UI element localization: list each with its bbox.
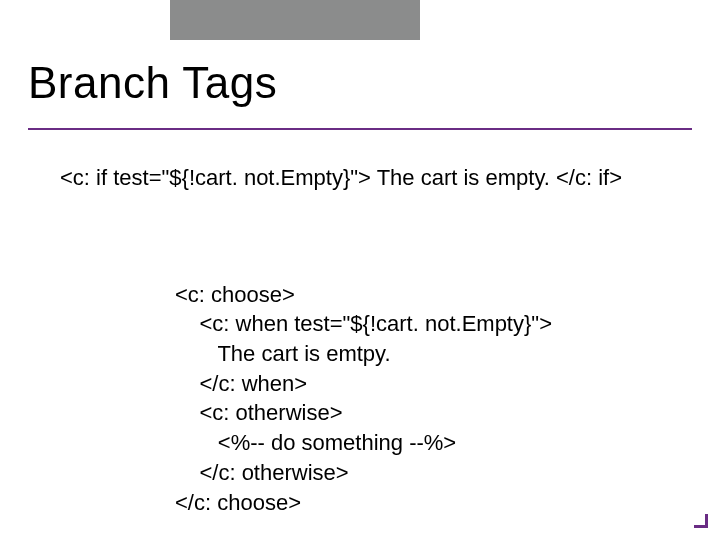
title-underline (28, 128, 692, 130)
slide: Branch Tags <c: if test="${!cart. not.Em… (0, 0, 720, 540)
code-line: </c: choose> (175, 490, 301, 515)
code-line: <%-- do something --%> (175, 430, 456, 455)
code-line: <c: choose> (175, 282, 295, 307)
if-example-line: <c: if test="${!cart. not.Empty}"> The c… (60, 165, 622, 191)
slide-title: Branch Tags (28, 60, 277, 106)
code-line: </c: otherwise> (175, 460, 349, 485)
code-line: <c: otherwise> (175, 400, 343, 425)
code-line: The cart is emtpy. (175, 341, 391, 366)
code-line: <c: when test="${!cart. not.Empty}"> (175, 311, 552, 336)
corner-decoration (694, 514, 708, 528)
choose-code-block: <c: choose> <c: when test="${!cart. not.… (175, 250, 552, 517)
header-accent-bar (170, 0, 420, 40)
code-line: </c: when> (175, 371, 307, 396)
